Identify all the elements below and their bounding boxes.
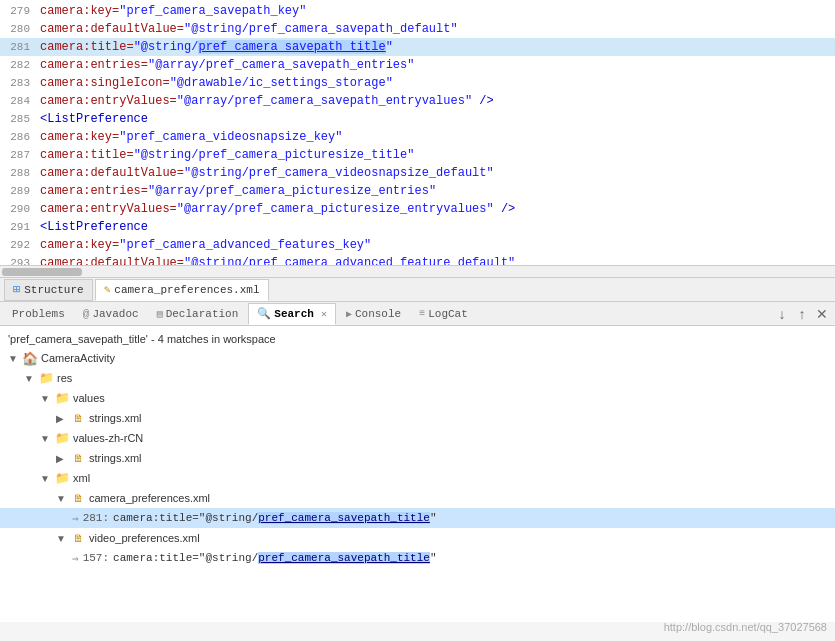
val: "@string/pref_camera_savepath_default": [184, 22, 458, 36]
panel-tab-bar: Problems @ Javadoc ▤ Declaration 🔍 Searc…: [0, 302, 835, 326]
toggle-res[interactable]: ▼: [24, 373, 38, 384]
attr: camera:title=: [40, 40, 134, 54]
code-line-285[interactable]: 285 <ListPreference: [0, 110, 835, 128]
code-line-282[interactable]: 282 camera:entries="@array/pref_camera_s…: [0, 56, 835, 74]
editor-scrollbar[interactable]: [0, 265, 835, 277]
toggle-strings-xml-1[interactable]: ▶: [56, 413, 70, 424]
folder-res-label: res: [57, 372, 72, 384]
tab-problems-label: Problems: [12, 308, 65, 320]
tab-console[interactable]: ▶ Console: [338, 303, 409, 325]
tab-structure[interactable]: ⊞ Structure: [4, 279, 93, 301]
tab-javadoc-label: Javadoc: [92, 308, 138, 320]
tab-logcat[interactable]: ≡ LogCat: [411, 303, 476, 325]
val: "@string/pref_camera_picturesize_title": [134, 148, 415, 162]
code-content: camera:title="@string/pref_camera_pictur…: [40, 148, 831, 162]
code-line-286[interactable]: 286 camera:key="pref_camera_videosnapsiz…: [0, 128, 835, 146]
code-line-281[interactable]: 281 camera:title="@string/pref_camera_sa…: [0, 38, 835, 56]
code-line-290[interactable]: 290 camera:entryValues="@array/pref_came…: [0, 200, 835, 218]
tree-item-values[interactable]: ▼ 📁 values: [0, 388, 835, 408]
tab-search[interactable]: 🔍 Search ✕: [248, 303, 336, 325]
attr: camera:entries=: [40, 184, 148, 198]
match-text-before-157: camera:title="@string/: [113, 552, 258, 564]
code-line-283[interactable]: 283 camera:singleIcon="@drawable/ic_sett…: [0, 74, 835, 92]
attr: camera:entryValues=: [40, 94, 177, 108]
tree-item-strings-xml-2[interactable]: ▶ 🗎 strings.xml: [0, 448, 835, 468]
tree-item-video-prefs-xml[interactable]: ▼ 🗎 video_preferences.xml: [0, 528, 835, 548]
val: "pref_camera_advanced_features_key": [119, 238, 371, 252]
match-text-before-281: camera:title="@string/: [113, 512, 258, 524]
attr: camera:defaultValue=: [40, 22, 184, 36]
code-content: camera:singleIcon="@drawable/ic_settings…: [40, 76, 831, 90]
match-line-281[interactable]: ⇒ 281: camera:title="@string/pref_camera…: [0, 508, 835, 528]
tab-javadoc[interactable]: @ Javadoc: [75, 303, 147, 325]
val: "@array/pref_camera_picturesize_entries": [148, 184, 436, 198]
tree-item-strings-xml-1[interactable]: ▶ 🗎 strings.xml: [0, 408, 835, 428]
code-line-292[interactable]: 292 camera:key="pref_camera_advanced_fea…: [0, 236, 835, 254]
code-content: camera:key="pref_camera_advanced_feature…: [40, 238, 831, 252]
toggle-camera-prefs-xml[interactable]: ▼: [56, 493, 70, 504]
code-line-284[interactable]: 284 camera:entryValues="@array/pref_came…: [0, 92, 835, 110]
code-content: camera:key="pref_camera_savepath_key": [40, 4, 831, 18]
code-content: camera:entryValues="@array/pref_camera_p…: [40, 202, 831, 216]
match-text-after-157: ": [430, 552, 437, 564]
folder-icon-res: 📁: [38, 370, 54, 386]
tab-search-close[interactable]: ✕: [321, 308, 327, 320]
line-number: 285: [4, 113, 40, 125]
match-line-num-281: 281:: [83, 512, 109, 524]
attr: camera:defaultValue=: [40, 166, 184, 180]
attr: camera:key=: [40, 4, 119, 18]
scrollbar-thumb[interactable]: [2, 268, 82, 276]
next-match-button[interactable]: ↓: [773, 305, 791, 323]
val: "@array/pref_camera_picturesize_entryval…: [177, 202, 494, 216]
tab-console-label: Console: [355, 308, 401, 320]
toggle-values[interactable]: ▼: [40, 393, 54, 404]
line-number: 289: [4, 185, 40, 197]
code-line-279[interactable]: 279 camera:key="pref_camera_savepath_key…: [0, 2, 835, 20]
editor-area: 279 camera:key="pref_camera_savepath_key…: [0, 0, 835, 278]
folder-icon-values: 📁: [54, 390, 70, 406]
code-line-287[interactable]: 287 camera:title="@string/pref_camera_pi…: [0, 146, 835, 164]
tree-item-values-zh[interactable]: ▼ 📁 values-zh-rCN: [0, 428, 835, 448]
code-content: camera:title="@string/pref_camera_savepa…: [40, 40, 831, 54]
attr: camera:entryValues=: [40, 202, 177, 216]
match-line-157[interactable]: ⇒ 157: camera:title="@string/pref_camera…: [0, 548, 835, 568]
tree-item-camera-prefs-xml[interactable]: ▼ 🗎 camera_preferences.xml: [0, 488, 835, 508]
prev-match-button[interactable]: ↑: [793, 305, 811, 323]
val: "@string/pref_camera_videosnapsize_defau…: [184, 166, 494, 180]
xml-icon-strings-1: 🗎: [70, 410, 86, 426]
code-content: camera:entryValues="@array/pref_camera_s…: [40, 94, 831, 108]
folder-values-label: values: [73, 392, 105, 404]
match-highlight-281: pref_camera_savepath_title: [258, 512, 430, 524]
val: "@array/pref_camera_savepath_entries": [148, 58, 414, 72]
console-icon: ▶: [346, 308, 352, 320]
tree-item-res[interactable]: ▼ 📁 res: [0, 368, 835, 388]
toggle-values-zh[interactable]: ▼: [40, 433, 54, 444]
tab-camera-preferences[interactable]: ✎ camera_preferences.xml: [95, 279, 269, 301]
search-results-panel: 'pref_camera_savepath_title' - 4 matches…: [0, 326, 835, 622]
code-line-280[interactable]: 280 camera:defaultValue="@string/pref_ca…: [0, 20, 835, 38]
search-summary-text: 'pref_camera_savepath_title' - 4 matches…: [8, 333, 276, 345]
toggle-video-prefs-xml[interactable]: ▼: [56, 533, 70, 544]
code-line-288[interactable]: 288 camera:defaultValue="@string/pref_ca…: [0, 164, 835, 182]
tree-item-camera-activity[interactable]: ▼ 🏠 CameraActivity: [0, 348, 835, 368]
tag-close: />: [494, 202, 516, 216]
match-line-num-157: 157:: [83, 552, 109, 564]
xml-icon-video-prefs: 🗎: [70, 530, 86, 546]
code-line-289[interactable]: 289 camera:entries="@array/pref_camera_p…: [0, 182, 835, 200]
structure-icon: ⊞: [13, 282, 20, 297]
declaration-icon: ▤: [157, 308, 163, 320]
line-number: 283: [4, 77, 40, 89]
close-panel-button[interactable]: ✕: [813, 305, 831, 323]
toggle-strings-xml-2[interactable]: ▶: [56, 453, 70, 464]
code-line-291[interactable]: 291 <ListPreference: [0, 218, 835, 236]
toggle-xml-folder[interactable]: ▼: [40, 473, 54, 484]
tab-problems[interactable]: Problems: [4, 303, 73, 325]
code-content: <ListPreference: [40, 220, 831, 234]
line-number: 291: [4, 221, 40, 233]
tree-item-xml-folder[interactable]: ▼ 📁 xml: [0, 468, 835, 488]
toggle-camera-activity[interactable]: ▼: [8, 353, 22, 364]
tag: <ListPreference: [40, 220, 148, 234]
bottom-panel: Problems @ Javadoc ▤ Declaration 🔍 Searc…: [0, 302, 835, 622]
panel-tab-actions: ↓ ↑ ✕: [773, 305, 831, 323]
tab-declaration[interactable]: ▤ Declaration: [149, 303, 247, 325]
